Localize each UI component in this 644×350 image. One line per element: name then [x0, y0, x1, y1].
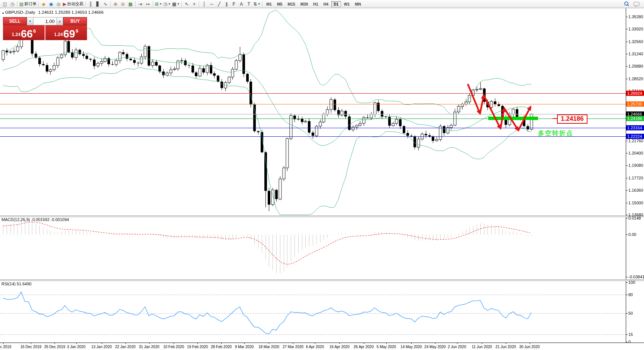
zoom-in-icon: ⊕ — [114, 1, 117, 7]
toolbar-right-icons — [624, 1, 640, 6]
timeframe-h4[interactable]: H4 — [321, 1, 331, 7]
lot-decrease-button[interactable]: ▼ — [27, 17, 33, 25]
line-chart-button[interactable]: ∿ — [102, 1, 109, 7]
timeframe-m30[interactable]: M30 — [298, 1, 310, 7]
chart-shift-button[interactable]: ↦ — [144, 1, 152, 7]
timeframe-m1[interactable]: M1 — [264, 1, 274, 7]
chat-icon[interactable] — [634, 2, 640, 6]
cursor-tool-icon: ↖ — [185, 1, 189, 7]
toolbar-buttons: ◫◷▤新订单◆◉◎▶自动交易║▋∿⊕⊖▦⇥↦⊞▼◷▼▩▼↖+│─╱∥FAT⇅▼M… — [1, 1, 364, 7]
trendline-tool-icon: ╱ — [218, 1, 220, 7]
buy-price-main: 69 — [63, 29, 75, 39]
one-click-trade-panel: SELL ▼ ▲ BUY 1.24 66 6 1.24 69 9 — [3, 17, 87, 40]
horizontal-line-tool-button[interactable]: ─ — [208, 1, 215, 7]
market-watch-button[interactable]: ◆ — [40, 1, 47, 7]
text-label-tool-button[interactable]: T — [245, 1, 252, 7]
community-icon: ◉ — [49, 1, 53, 7]
toolbar-separator — [38, 1, 39, 7]
candlestick-chart-icon: ▋ — [96, 1, 100, 7]
toolbar-separator — [86, 1, 86, 7]
vertical-line-tool-icon: │ — [203, 1, 206, 7]
tile-windows-button[interactable]: ▦ — [127, 1, 134, 7]
auto-scroll-icon: ⇥ — [139, 1, 142, 7]
trade-panel-controls: SELL ▼ ▲ BUY — [3, 17, 87, 25]
bar-chart-icon: ║ — [89, 1, 92, 7]
vertical-line-tool-button[interactable]: │ — [200, 1, 208, 7]
tick-chart-button[interactable]: ◷ — [9, 1, 16, 7]
auto-scroll-button[interactable]: ⇥ — [137, 1, 144, 7]
community-button[interactable]: ◉ — [47, 1, 55, 7]
price-callout-connector — [553, 118, 557, 119]
trendline-tool-button[interactable]: ╱ — [215, 1, 223, 7]
indicators-list-icon: ⊞ — [155, 1, 159, 7]
toolbar: ◫◷▤新订单◆◉◎▶自动交易║▋∿⊕⊖▦⇥↦⊞▼◷▼▩▼↖+│─╱∥FAT⇅▼M… — [0, 0, 644, 8]
lot-increase-button[interactable]: ▲ — [57, 17, 63, 25]
search-icon[interactable] — [624, 1, 629, 6]
toolbar-separator — [17, 1, 17, 7]
chart-shift-icon: ↦ — [146, 1, 150, 7]
timeframe-w1[interactable]: W1 — [342, 1, 352, 7]
equidistant-channel-tool-button[interactable]: ∥ — [223, 1, 230, 7]
buy-button[interactable]: BUY — [63, 17, 87, 25]
arrows-tool-button[interactable]: ⇅▼ — [252, 1, 261, 7]
tick-chart-icon: ◷ — [10, 1, 14, 7]
signals-button[interactable]: ◎ — [55, 1, 62, 7]
arrows-tool-dropdown-caret[interactable]: ▼ — [258, 3, 260, 5]
lot-size-input[interactable] — [33, 17, 57, 25]
toolbar-separator — [135, 1, 136, 7]
timeframe-m5[interactable]: M5 — [275, 1, 285, 7]
zoom-in-button[interactable]: ⊕ — [112, 1, 119, 7]
periods-icon: ◷ — [164, 1, 167, 7]
templates-icon: ▩ — [172, 1, 176, 7]
market-watch-icon: ◆ — [42, 1, 45, 7]
buy-price-prefix: 1.24 — [54, 32, 63, 37]
price-callout-box[interactable]: 1.24186 — [557, 114, 587, 124]
timeframe-m15[interactable]: M15 — [285, 1, 297, 7]
line-chart-icon: ∿ — [104, 1, 107, 7]
equidistant-channel-tool-icon: ∥ — [225, 1, 228, 7]
timeframe-d1[interactable]: D1 — [331, 1, 341, 7]
indicators-list-dropdown-caret[interactable]: ▼ — [160, 3, 162, 5]
fibonacci-tool-icon: F — [233, 1, 235, 7]
buy-price-tile[interactable]: 1.24 69 9 — [45, 25, 87, 40]
autotrading-label: 自动交易 — [67, 1, 84, 7]
chart-window-button[interactable]: ◫ — [1, 1, 9, 7]
cursor-tool-button[interactable]: ↖ — [183, 1, 190, 7]
horizontal-line-tool-icon: ─ — [210, 1, 213, 7]
autotrading-icon: ▶ — [63, 1, 66, 7]
text-label-tool-icon: T — [248, 1, 250, 7]
templates-dropdown-caret[interactable]: ▼ — [177, 3, 180, 5]
bar-chart-button[interactable]: ║ — [87, 1, 94, 7]
indicators-list-button[interactable]: ⊞▼ — [154, 1, 163, 7]
sell-price-main: 66 — [21, 29, 33, 39]
periods-button[interactable]: ◷▼ — [163, 1, 171, 7]
signals-icon: ◎ — [57, 1, 60, 7]
autotrading-button[interactable]: ▶自动交易 — [62, 1, 84, 7]
toolbar-separator — [110, 1, 111, 7]
templates-button[interactable]: ▩▼ — [171, 1, 180, 7]
timeframe-mn[interactable]: MN — [352, 1, 363, 7]
toolbar-separator — [199, 1, 199, 7]
trade-panel-prices: 1.24 66 6 1.24 69 9 — [3, 25, 87, 40]
toolbar-separator — [153, 1, 153, 7]
text-tool-button[interactable]: A — [238, 1, 245, 7]
zigzag-trend-annotation[interactable] — [0, 0, 644, 350]
timeframe-h1[interactable]: H1 — [311, 1, 320, 7]
mt4-terminal: ◫◷▤新订单◆◉◎▶自动交易║▋∿⊕⊖▦⇥↦⊞▼◷▼▩▼↖+│─╱∥FAT⇅▼M… — [0, 0, 644, 350]
new-order-button[interactable]: ▤新订单 — [19, 1, 37, 7]
toolbar-separator — [262, 1, 263, 7]
candlestick-chart-button[interactable]: ▋ — [94, 1, 102, 7]
text-tool-icon: A — [240, 1, 243, 7]
sell-button[interactable]: SELL — [3, 17, 27, 25]
sell-price-tile[interactable]: 1.24 66 6 — [3, 25, 45, 40]
periods-dropdown-caret[interactable]: ▼ — [168, 3, 171, 5]
fibonacci-tool-button[interactable]: F — [230, 1, 238, 7]
crosshair-tool-icon: + — [193, 1, 196, 7]
tile-windows-icon: ▦ — [128, 1, 132, 7]
zoom-out-button[interactable]: ⊖ — [119, 1, 127, 7]
crosshair-tool-button[interactable]: + — [190, 1, 198, 7]
new-order-label: 新订单 — [24, 1, 36, 7]
sell-price-prefix: 1.24 — [12, 32, 20, 37]
sell-price-pip: 6 — [33, 28, 36, 34]
chart-window-icon: ◫ — [3, 1, 7, 7]
